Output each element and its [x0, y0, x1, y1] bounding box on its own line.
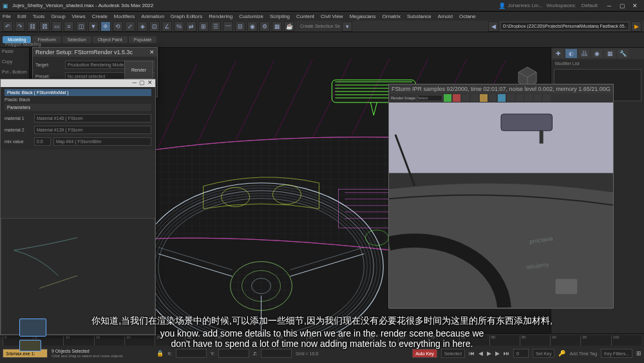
- keyfilters-button[interactable]: Key Filters...: [601, 349, 632, 358]
- menu-scripting[interactable]: Scripting: [270, 14, 290, 19]
- slate-close-icon[interactable]: ✕: [147, 79, 153, 87]
- link-button[interactable]: ⛓: [27, 21, 37, 32]
- material-node[interactable]: [19, 319, 46, 337]
- display-tab[interactable]: ▦: [604, 49, 616, 58]
- ribbon-tab-selection[interactable]: Selection: [62, 36, 91, 43]
- next-button[interactable]: ▶: [631, 21, 641, 32]
- maximize-button[interactable]: ▢: [616, 1, 629, 10]
- frame-input[interactable]: 0: [513, 349, 529, 358]
- menu-octane[interactable]: Octane: [459, 14, 476, 19]
- fstorm-btn-5[interactable]: [480, 94, 488, 102]
- scale-button[interactable]: ⤢: [125, 21, 135, 32]
- modifier-list-label[interactable]: Modifier List: [551, 59, 644, 68]
- fstorm-title[interactable]: FStorm IPR samples 92/2000, time 02:01:0…: [389, 84, 613, 93]
- modify-tab[interactable]: ◐: [565, 49, 577, 58]
- fstorm-btn-7[interactable]: [498, 94, 506, 102]
- fstorm-render-window[interactable]: FStorm IPR samples 92/2000, time 02:01:0…: [388, 84, 614, 308]
- minimize-button[interactable]: ─: [603, 1, 616, 10]
- schematic-button[interactable]: ⊟: [235, 21, 245, 32]
- prev-button[interactable]: ◀: [488, 21, 498, 32]
- curve-editor-button[interactable]: 〰: [223, 21, 233, 32]
- slate-titlebar[interactable]: ─ ▢ ✕: [1, 79, 155, 87]
- viewport-nav-icon[interactable]: ⊞: [636, 350, 641, 357]
- fstorm-btn-12[interactable]: [543, 94, 551, 102]
- autokey-button[interactable]: Auto Key: [412, 349, 437, 358]
- filter-button[interactable]: ▼: [88, 21, 99, 32]
- mix-field[interactable]: Map #64 ( FStormBitm: [53, 137, 151, 146]
- playback-end-icon[interactable]: ⏭: [504, 350, 509, 357]
- menu-rendering[interactable]: Rendering: [209, 14, 232, 19]
- workspace-value[interactable]: Default: [582, 3, 598, 8]
- fstorm-btn-2[interactable]: [453, 94, 460, 102]
- menu-ornatrix[interactable]: Ornatrix: [383, 14, 401, 19]
- ribbon-tab-populate[interactable]: Populate: [129, 36, 157, 43]
- mat2-field[interactable]: Material #139 ( FStorm: [34, 126, 151, 134]
- selection-set-dropdown[interactable]: ▾: [342, 21, 352, 32]
- x-input[interactable]: [176, 349, 207, 358]
- menu-file[interactable]: File: [3, 14, 11, 19]
- slate-max-icon[interactable]: ▢: [139, 79, 145, 87]
- menu-arnold[interactable]: Arnold: [438, 14, 453, 19]
- selected-mode[interactable]: Selected: [441, 349, 465, 358]
- menu-civil[interactable]: Civil View: [321, 14, 343, 19]
- move-button[interactable]: ✥: [100, 21, 111, 32]
- lp-pvtb[interactable]: Pvt - Bottom: [0, 68, 29, 79]
- playback-start-icon[interactable]: ⏮: [469, 350, 475, 357]
- path-input[interactable]: [500, 22, 629, 30]
- redo-button[interactable]: ↷: [15, 21, 25, 32]
- undo-button[interactable]: ↶: [3, 21, 13, 32]
- fstorm-btn-8[interactable]: [507, 94, 515, 102]
- user-icon[interactable]: 👤: [498, 3, 506, 9]
- playback-next-icon[interactable]: ▶: [495, 350, 500, 357]
- create-tab[interactable]: ✚: [553, 49, 564, 58]
- menu-animation[interactable]: Animation: [141, 14, 164, 19]
- refsys-button[interactable]: ◈: [137, 21, 147, 32]
- align-button[interactable]: ⊞: [198, 21, 209, 32]
- ribbon-tab-objectpaint[interactable]: Object Paint: [93, 36, 128, 43]
- menu-content[interactable]: Content: [296, 14, 314, 19]
- menu-create[interactable]: Create: [92, 14, 108, 19]
- hierarchy-tab[interactable]: 品: [578, 49, 590, 58]
- render-setup-button[interactable]: ⚙: [260, 21, 270, 32]
- menu-views[interactable]: Views: [72, 14, 86, 19]
- mat1-field[interactable]: Material #140 ( FStorm: [34, 114, 151, 123]
- lock-icon[interactable]: 🔒: [156, 350, 164, 357]
- fstorm-render-view[interactable]: proctavia iekujemy: [389, 103, 613, 309]
- fstorm-btn-1[interactable]: [444, 94, 451, 102]
- fstorm-btn-4[interactable]: [471, 94, 478, 102]
- addtime-label[interactable]: Add Time Tag: [569, 351, 597, 356]
- menu-substance[interactable]: Substance: [407, 14, 431, 19]
- lp-paste[interactable]: Paste: [0, 48, 29, 58]
- setkey-button[interactable]: Set Key: [533, 349, 555, 358]
- render-setup-title[interactable]: Render Setup: FStormRender v1.5.3c ✕: [33, 48, 157, 57]
- playback-play-icon[interactable]: ▶: [487, 350, 491, 357]
- playback-prev-icon[interactable]: ◀: [478, 350, 483, 357]
- snap-button[interactable]: ⊡: [149, 21, 160, 32]
- texture-node-1[interactable]: [19, 340, 41, 351]
- select-button[interactable]: ▭: [52, 21, 62, 32]
- fstorm-btn-3[interactable]: [462, 94, 469, 102]
- rotate-button[interactable]: ⟲: [113, 21, 123, 32]
- fstorm-select-input[interactable]: [417, 95, 442, 101]
- slate-material-window[interactable]: ─ ▢ ✕ Plastic Black ( FStormMixMat ) Pla…: [0, 79, 156, 335]
- unlink-button[interactable]: ⛓̸: [39, 21, 50, 32]
- menu-modifiers[interactable]: Modifiers: [114, 14, 135, 19]
- menu-group[interactable]: Group: [51, 14, 65, 19]
- close-button[interactable]: ✕: [629, 1, 641, 10]
- angle-snap-button[interactable]: ∠: [162, 21, 172, 32]
- menu-edit[interactable]: Edit: [17, 14, 26, 19]
- layer-button[interactable]: ☰: [211, 21, 221, 32]
- utilities-tab[interactable]: 🔧: [617, 49, 629, 58]
- render-button[interactable]: ☕: [284, 21, 294, 32]
- menu-tools[interactable]: Tools: [33, 14, 45, 19]
- menu-graph[interactable]: Graph Editors: [171, 14, 202, 19]
- slate-material-header[interactable]: Plastic Black ( FStormMixMat ): [5, 89, 151, 96]
- select-region-button[interactable]: ◫: [76, 21, 86, 32]
- fstorm-btn-6[interactable]: [489, 94, 497, 102]
- mix-num[interactable]: 0.0: [34, 137, 51, 146]
- select-name-button[interactable]: ≡: [64, 21, 74, 32]
- render-frame-button[interactable]: ▦: [272, 21, 282, 32]
- render-setup-close-icon[interactable]: ✕: [149, 49, 155, 55]
- y-input[interactable]: [218, 349, 249, 358]
- mirror-button[interactable]: ⇄: [186, 21, 196, 32]
